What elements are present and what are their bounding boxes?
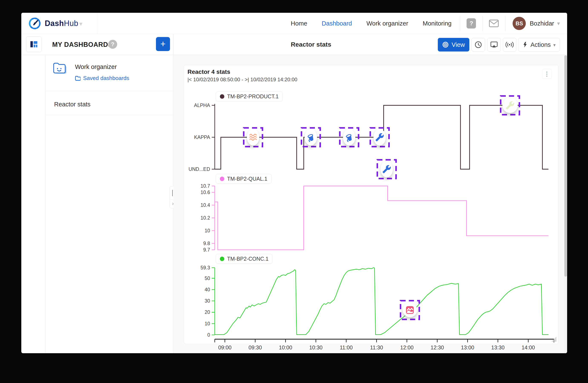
- add-dashboard-button[interactable]: +: [156, 37, 170, 51]
- app-window: DashHub ▾ HomeDashboardWork organizerMon…: [21, 13, 567, 353]
- present-button[interactable]: [487, 38, 501, 52]
- nav-item-work-organizer[interactable]: Work organizer: [366, 20, 408, 27]
- top-bar: DashHub ▾ HomeDashboardWork organizerMon…: [21, 13, 567, 34]
- event-marker-chart-break-12:03[interactable]: [400, 300, 420, 320]
- nav-divider: [460, 16, 460, 31]
- legend-dot: [220, 94, 224, 99]
- user-name[interactable]: Bozhidar: [530, 20, 554, 27]
- broadcast-icon: [505, 41, 514, 48]
- sidebar-item-reactor-stats[interactable]: Reactor stats: [46, 94, 173, 115]
- eye-icon: [442, 41, 449, 48]
- nav-divider: [482, 16, 483, 31]
- view-button[interactable]: View: [438, 38, 469, 52]
- brand-chevron-down-icon[interactable]: ▾: [79, 20, 83, 27]
- clock-icon: [475, 41, 482, 48]
- nav-item-monitoring[interactable]: Monitoring: [423, 20, 451, 27]
- event-marker-wrench-11:33[interactable]: [369, 127, 390, 148]
- user-chevron-down-icon[interactable]: ▾: [557, 20, 560, 27]
- wrench-icon: [374, 129, 386, 146]
- bucket-icon: [343, 129, 355, 146]
- legend-TM-BP2-QUAL.1[interactable]: TM-BP2-QUAL.1: [216, 174, 272, 184]
- legend-label: TM-BP2-QUAL.1: [227, 176, 267, 182]
- folder-smile-icon: [53, 62, 67, 76]
- wrench-icon: [502, 98, 518, 113]
- waves-icon: [247, 129, 259, 146]
- legend-dot: [220, 177, 224, 181]
- sidebar-help-icon[interactable]: ?: [108, 40, 117, 49]
- legend-TM-BP2-PRODUCT.1[interactable]: TM-BP2-PRODUCT.1: [216, 92, 283, 101]
- gauge-logo-icon: [28, 17, 41, 30]
- actions-chevron-down-icon: ▾: [553, 42, 556, 48]
- chart-break-icon: [403, 303, 417, 317]
- panel-resize-handle[interactable]: [551, 337, 556, 342]
- chart-panel-time-range: |< 10/02/2019 08:50:00 - >| 10/02/2019 1…: [188, 77, 297, 83]
- scrollbar-thumb[interactable]: [564, 55, 567, 277]
- bucket-icon: [305, 129, 317, 146]
- event-marker-waves-09:28[interactable]: [243, 127, 263, 148]
- avatar[interactable]: BS: [513, 17, 526, 30]
- event-marker-wrench-13:42[interactable]: [500, 95, 520, 115]
- sidebar-item-divider: [45, 91, 173, 91]
- history-button[interactable]: [471, 38, 485, 52]
- event-marker-bucket-10:25[interactable]: [301, 127, 321, 148]
- main-nav: HomeDashboardWork organizerMonitoring ? …: [284, 13, 567, 34]
- wrench-icon: [380, 161, 393, 177]
- topbar-divider: [97, 13, 97, 34]
- page-title: Reactor stats: [266, 41, 356, 48]
- legend-label: TM-BP2-CONC.1: [227, 256, 269, 262]
- broadcast-button[interactable]: [503, 38, 516, 52]
- brand-logo[interactable]: DashHub: [28, 13, 78, 34]
- panel-kebab-menu[interactable]: ⋮: [542, 69, 552, 79]
- dashboard-grid-icon: [29, 39, 39, 49]
- page-header: MY DASHBOARDS ? + Reactor stats View: [21, 34, 567, 55]
- chart-panel-title: Reactor 4 stats: [188, 69, 230, 75]
- folder-card-title[interactable]: Work organizer: [75, 63, 117, 70]
- mail-icon[interactable]: [489, 19, 499, 27]
- present-screen-icon: [490, 41, 498, 48]
- nav-item-home[interactable]: Home: [291, 20, 307, 27]
- legend-label: TM-BP2-PRODUCT.1: [227, 94, 279, 100]
- actions-button[interactable]: Actions ▾: [518, 38, 560, 52]
- help-icon[interactable]: ?: [466, 18, 476, 29]
- dashboards-rail-button[interactable]: [26, 36, 42, 52]
- nav-item-dashboard[interactable]: Dashboard: [322, 20, 352, 27]
- folder-icon: [75, 76, 81, 81]
- brand-name: DashHub: [45, 19, 78, 28]
- rail-divider: [45, 55, 45, 353]
- sidebar-title: MY DASHBOARDS: [52, 41, 112, 49]
- event-marker-bucket-11:03[interactable]: [339, 127, 359, 148]
- legend-TM-BP2-CONC.1[interactable]: TM-BP2-CONC.1: [216, 254, 273, 264]
- lightning-icon: [522, 41, 528, 48]
- legend-dot: [220, 257, 224, 261]
- saved-dashboards-link[interactable]: Saved dashboards: [75, 75, 129, 81]
- event-marker-wrench-11:40[interactable]: [377, 159, 397, 179]
